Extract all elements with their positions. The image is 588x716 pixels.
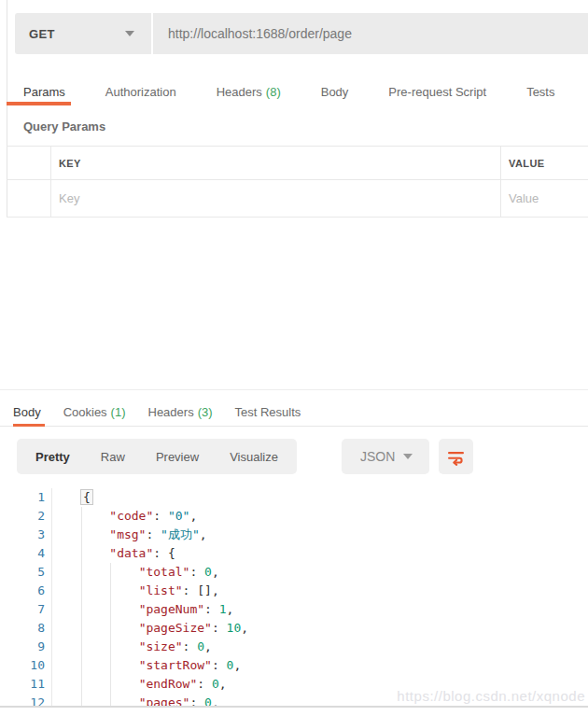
code-line: 2 "code": "0", (0, 507, 588, 526)
request-tab-body[interactable]: Body (304, 78, 355, 105)
response-body-editor[interactable]: 1{2 "code": "0",3 "msg": "成功",4 "data": … (0, 486, 588, 707)
params-row-checkbox-cell[interactable] (7, 180, 51, 217)
tab-label: Headers (217, 85, 262, 99)
response-format-select[interactable]: JSON (342, 439, 429, 474)
request-tabs: ParamsAuthorizationHeaders(8)BodyPre-req… (7, 78, 588, 105)
code-text: "msg": "成功", (52, 526, 207, 544)
line-number: 6 (0, 582, 52, 600)
code-text: "pageNum": 1, (52, 600, 233, 619)
line-number: 2 (0, 507, 52, 526)
wrap-lines-button[interactable] (439, 439, 473, 474)
request-tab-authorization[interactable]: Authorization (89, 78, 182, 105)
response-tab-body[interactable]: Body (13, 398, 45, 426)
request-tab-headers[interactable]: Headers(8) (200, 78, 287, 105)
view-mode-visualize[interactable]: Visualize (230, 450, 278, 464)
params-key-input[interactable]: Key (51, 180, 501, 217)
line-number: 5 (0, 563, 52, 582)
params-header-row: KEY VALUE (7, 146, 588, 180)
code-text: "size": 0, (52, 638, 212, 656)
url-value: http://localhost:1688/order/page (168, 26, 352, 41)
response-tab-headers[interactable]: Headers(3) (148, 398, 217, 426)
tab-label: Tests (526, 85, 554, 99)
code-text: "endRow": 0, (52, 675, 227, 694)
url-input[interactable]: http://localhost:1688/order/page (153, 13, 588, 54)
params-entry-row: Key Value (7, 180, 588, 218)
line-number: 7 (0, 600, 52, 619)
code-lines: 1{2 "code": "0",3 "msg": "成功",4 "data": … (0, 488, 588, 707)
request-tab-params[interactable]: Params (7, 78, 71, 105)
tab-label: Cookies (63, 405, 107, 419)
response-toolbar: PrettyRawPreviewVisualize JSON (0, 439, 588, 474)
watermark-text: https://blog.csdn.net/xqnode (397, 688, 585, 704)
tab-label: Body (13, 405, 41, 419)
tab-count-badge: (3) (198, 405, 213, 419)
response-tabs: BodyCookies(1)Headers(3)Test Results (0, 398, 588, 427)
code-line: 8 "pageSize": 10, (0, 619, 588, 638)
query-params-title: Query Params (23, 119, 105, 133)
code-text: "pages": 0, (52, 694, 219, 707)
postman-request-view: GET http://localhost:1688/order/page Par… (0, 0, 588, 716)
line-number: 1 (0, 488, 52, 507)
code-line: 1{ (0, 488, 588, 507)
indent-guide (110, 563, 111, 707)
params-value-header: VALUE (501, 147, 588, 179)
code-line: 5 "total": 0, (0, 563, 588, 582)
code-line: 9 "size": 0, (0, 638, 588, 656)
tab-label: Body (321, 85, 349, 99)
code-line: 10 "startRow": 0, (0, 656, 588, 675)
http-method-select[interactable]: GET (15, 13, 151, 54)
tab-count-badge: (8) (266, 85, 281, 99)
line-number: 8 (0, 619, 52, 638)
code-text: "data": { (52, 544, 175, 563)
code-line: 3 "msg": "成功", (0, 526, 588, 544)
tab-label: Headers (148, 405, 194, 419)
response-format-value: JSON (360, 449, 395, 464)
indent-guide (81, 507, 82, 707)
request-url-bar: GET http://localhost:1688/order/page (15, 13, 588, 54)
chevron-down-icon (403, 454, 413, 459)
line-number: 9 (0, 638, 52, 656)
line-number: 10 (0, 656, 52, 675)
code-line: 6 "list": [], (0, 582, 588, 600)
params-value-input[interactable]: Value (501, 180, 588, 217)
tab-count-badge: (1) (111, 405, 126, 419)
view-mode-preview[interactable]: Preview (156, 450, 199, 464)
chevron-down-icon (125, 31, 134, 36)
line-number: 12 (0, 694, 52, 707)
line-number: 11 (0, 675, 52, 694)
request-tab-tests[interactable]: Tests (510, 78, 560, 105)
response-view-mode-group: PrettyRawPreviewVisualize (17, 439, 297, 474)
params-select-column (7, 147, 51, 179)
http-method-value: GET (29, 27, 55, 41)
line-number: 4 (0, 544, 52, 563)
code-text: "total": 0, (52, 563, 219, 582)
request-tab-pre-request-script[interactable]: Pre-request Script (371, 78, 492, 105)
tab-label: Authorization (105, 85, 176, 99)
code-text: "code": "0", (52, 507, 197, 526)
line-number: 3 (0, 526, 52, 544)
bottom-strip (0, 706, 588, 716)
tab-label: Test Results (235, 405, 301, 419)
response-tab-test-results[interactable]: Test Results (235, 398, 305, 426)
params-key-header: KEY (51, 147, 501, 179)
code-text: { (52, 488, 93, 507)
code-line: 7 "pageNum": 1, (0, 600, 588, 619)
query-params-table: KEY VALUE Key Value (7, 146, 588, 218)
response-panel: BodyCookies(1)Headers(3)Test Results Pre… (0, 389, 588, 716)
view-mode-pretty[interactable]: Pretty (35, 450, 70, 464)
text-wrap-icon (446, 447, 466, 467)
response-tab-cookies[interactable]: Cookies(1) (63, 398, 130, 426)
code-text: "list": [], (52, 582, 219, 600)
view-mode-raw[interactable]: Raw (101, 450, 125, 464)
tab-label: Params (23, 85, 65, 99)
tab-label: Pre-request Script (388, 85, 486, 99)
code-line: 4 "data": { (0, 544, 588, 563)
